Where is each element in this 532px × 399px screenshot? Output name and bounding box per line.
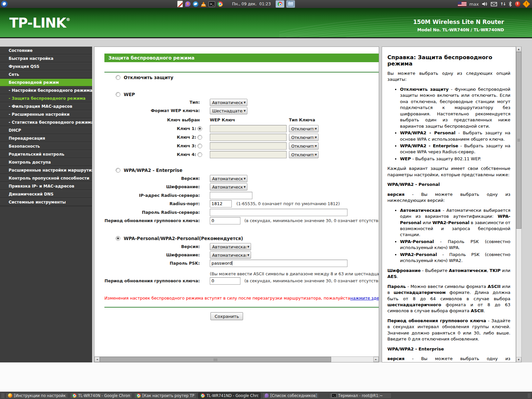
ent-cipher-label: Шифрование: (104, 183, 200, 191)
sidebar-item-qss[interactable]: Функция QSS (0, 63, 92, 70)
chat-balloon-icon[interactable] (185, 1, 191, 7)
vlc-icon[interactable] (201, 2, 206, 7)
keyboard-layout-us-flag-icon[interactable] (458, 2, 466, 6)
wpa-personal-label: WPA-Personal/WPA2-Personal(Рекомендуется… (124, 236, 243, 241)
scroll-left-arrow[interactable]: ◄ (94, 357, 100, 362)
router-page: Состояние Быстрая настройка Функция QSS … (0, 38, 532, 392)
radio-wpa-personal[interactable] (116, 236, 120, 241)
horizontal-scrollbar-thumb[interactable] (100, 357, 331, 362)
help-panel: Справка: Защита беспроводного режима Вы … (382, 47, 516, 362)
alert-red-icon[interactable]: ! (515, 1, 520, 7)
taskbar-window-firefox[interactable]: [Инструкции по настройк... (6, 393, 68, 399)
window-button-file-manager[interactable] (286, 0, 295, 8)
sidebar-item-mac-filtering[interactable]: - Фильтрация MAC-адресов (0, 102, 92, 110)
wep-format-select[interactable]: Шестнадцатеричный▼ (210, 107, 247, 114)
radius-ip-input[interactable] (210, 192, 252, 199)
vertical-scrollbar-thumb[interactable] (516, 52, 521, 229)
sidebar-item-system-tools[interactable]: Системные инструменты (0, 198, 92, 206)
wep-key3-input[interactable] (210, 142, 287, 150)
radio-wpa-enterprise[interactable] (116, 168, 120, 173)
sidebar-item-quick-setup[interactable]: Быстрая настройка (0, 55, 92, 63)
sidebar-item-forwarding[interactable]: Переадресация (0, 134, 92, 142)
sidebar-item-status[interactable]: Состояние (0, 47, 92, 55)
radius-password-input[interactable] (210, 209, 347, 216)
pers-cipher-select[interactable]: Автоматическая▼ (210, 251, 251, 259)
taskbar-window-chrome-1[interactable]: TL-WR740N - Google Chrome (70, 393, 132, 399)
sidebar-item-dynamic-dns[interactable]: Динамический DNS (0, 190, 92, 198)
radio-wep-key3[interactable] (198, 144, 202, 148)
sidebar-item-network[interactable]: Сеть (0, 70, 92, 78)
radius-port-input[interactable]: 1812 (210, 200, 232, 207)
radio-wep-key4[interactable] (198, 152, 202, 157)
pidgin-icon (265, 393, 269, 398)
radio-wep-key1[interactable] (198, 126, 202, 131)
radio-wep[interactable] (116, 92, 120, 97)
clock[interactable]: Пн., 09 дек. 01:23 (232, 0, 271, 8)
scroll-right-arrow[interactable]: ► (373, 357, 379, 362)
applications-menu-icon[interactable] (1, 1, 8, 7)
taskbar-window-terminal[interactable]: ›_Терминал - root@R1:~ (329, 393, 392, 399)
volume-icon[interactable] (482, 2, 488, 6)
radius-port-note: (1-65535, 0 означает порт по умолчанию 1… (236, 200, 340, 207)
wep-key1-input[interactable] (210, 125, 287, 132)
help-bullet-item: WPA/WPA2 - Enterprise - Выбрать защиту н… (400, 143, 510, 155)
wep-key2-type-select[interactable]: Отключить▼ (289, 134, 319, 141)
save-button[interactable]: Сохранить (210, 312, 243, 320)
sidebar-item-wireless-security[interactable]: - Защита беспроводного режима (0, 94, 92, 102)
model-number: Model No. TL-WR740N / TL-WR740ND (417, 27, 504, 32)
sidebar-item-ip-mac-binding[interactable]: Привязка IP- и MAC-адресов (0, 182, 92, 190)
scroll-down-arrow[interactable]: ▼ (516, 357, 521, 362)
sidebar-item-dhcp[interactable]: DHCP (0, 126, 92, 134)
username[interactable]: max (469, 2, 479, 7)
sidebar-item-access-control[interactable]: Контроль доступа (0, 158, 92, 166)
radius-ip-label: IP-адрес Radius-сервера: (104, 192, 200, 199)
wep-col-selected: Ключ выбран (104, 117, 200, 122)
wep-key4-input[interactable] (210, 151, 287, 158)
terminal-icon[interactable]: >_ (208, 1, 215, 7)
sidebar-item-advanced-routing[interactable]: Расширенные настройки маршрутизации (0, 166, 92, 174)
sidebar-item-wireless-settings[interactable]: - Настройки беспроводного режима (0, 86, 92, 94)
thunderbird-icon[interactable] (193, 1, 199, 7)
radius-port-label: Radius-порт: (104, 200, 200, 207)
window-button-chrome[interactable] (276, 0, 284, 8)
wep-key3-type-select[interactable]: Отключить▼ (289, 142, 319, 150)
pers-group-key-input[interactable]: 0 (210, 277, 240, 285)
sidebar-item-wireless-advanced[interactable]: - Расширенные настройки (0, 110, 92, 118)
help-bullet-item: Автоматическая - Автоматически выбираетс… (400, 207, 510, 238)
wep-key2-input[interactable] (210, 134, 287, 141)
help-paragraph: Пароль - Можно ввести символы формата AS… (387, 284, 510, 314)
ent-group-key-input[interactable]: 0 (210, 217, 240, 224)
security-option-wep: WEP (116, 92, 135, 97)
chevron-down-icon: ▼ (247, 254, 249, 257)
taskbar-window-pidgin[interactable]: [Список собеседников] (262, 393, 319, 399)
taskbar-window-chrome-2[interactable]: [Как настроить роутер TP-... (134, 393, 197, 399)
network-arrows-icon[interactable]: ↑↓ (500, 2, 505, 6)
pers-version-select[interactable]: Автоматическая▼ (210, 243, 251, 250)
radio-wep-key2[interactable] (198, 135, 202, 140)
gedit-icon[interactable] (177, 1, 183, 7)
pers-group-key-note: (в секундах, минимальное значение 30, 0 … (244, 277, 379, 285)
help-bullet-item: WPA/WPA2 - Personal - Выбрать защиту на … (400, 130, 510, 142)
psk-password-input[interactable]: password (210, 260, 347, 267)
wep-key1-type-select[interactable]: Отключить▼ (289, 125, 319, 132)
sidebar-item-parental-control[interactable]: Родительский контроль (0, 150, 92, 158)
pers-version-label: Версия: (104, 243, 200, 250)
taskbar-window-chrome-active[interactable]: TL-WR741ND - Google Chro... (198, 393, 261, 399)
ent-version-select[interactable]: Автоматическая▼ (210, 175, 247, 182)
sidebar-item-wireless[interactable]: Беспроводной режим (0, 78, 92, 86)
sidebar-item-security[interactable]: Безопасность (0, 142, 92, 150)
sidebar-item-bandwidth-control[interactable]: Контроль пропускной способности (0, 174, 92, 182)
scroll-up-arrow[interactable]: ▲ (516, 47, 521, 52)
sidebar-item-wireless-statistics[interactable]: - Статистика беспроводного режима (0, 118, 92, 126)
wep-key4-type-select[interactable]: Отключить▼ (289, 151, 319, 158)
chrome-icon[interactable] (217, 1, 223, 7)
alert-orange-icon[interactable]: ! (523, 1, 530, 7)
chevron-down-icon: ▼ (244, 186, 246, 189)
bluetooth-icon[interactable] (508, 1, 512, 7)
mail-icon[interactable] (491, 2, 497, 6)
ent-version-label: Версия: (104, 175, 200, 182)
wep-type-select[interactable]: Автоматическая▼ (210, 99, 247, 106)
radio-disable-security[interactable] (116, 75, 120, 80)
reboot-link[interactable]: нажмите здесь (350, 296, 379, 301)
ent-cipher-select[interactable]: Автоматическая▼ (210, 183, 247, 191)
